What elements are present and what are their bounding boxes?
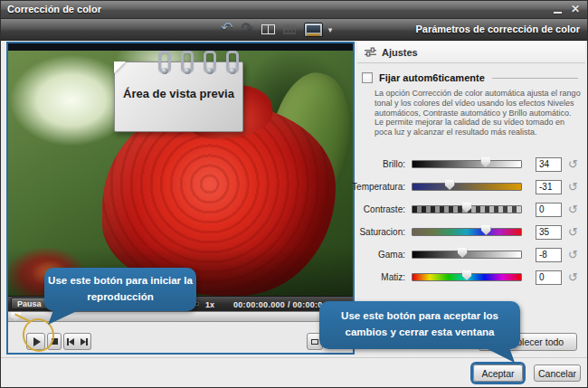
spiral-ring <box>158 51 171 72</box>
slider-value-field[interactable]: 0 <box>536 203 562 217</box>
slider-value-field[interactable]: -8 <box>536 248 562 262</box>
note-fold-corner <box>114 62 126 73</box>
slider[interactable] <box>412 205 522 213</box>
slider[interactable] <box>412 251 522 259</box>
pause-status-button[interactable]: Pausa <box>11 298 48 309</box>
title-bar: Corrección de color ✕ <box>1 1 587 19</box>
panel-header: Parámetros de corrección de color <box>415 19 580 40</box>
auto-correct-label: Fijar autom6ticamente <box>379 72 485 83</box>
slider-label: Matiz: <box>352 272 405 282</box>
transport-controls <box>8 322 353 353</box>
note-text: Área de vista previa <box>120 87 237 101</box>
slider-row: Brillo: 34 ↺ <box>352 153 582 175</box>
undo-icon[interactable]: ↶ <box>221 21 232 35</box>
slider-label: Saturacion: <box>352 227 405 237</box>
slider-value-field[interactable]: 0 <box>536 270 562 285</box>
slider-value-field[interactable]: 34 <box>536 157 562 172</box>
divider <box>492 78 578 79</box>
toolbar: ↶ ↷ ▾ Parámetros de corrección de color <box>1 19 587 41</box>
slider-label: Gama: <box>352 250 405 260</box>
slider-row: Saturacion: 35 ↺ <box>352 221 582 243</box>
slider-track[interactable] <box>412 183 522 191</box>
slider[interactable] <box>412 228 522 236</box>
monitor-icon[interactable] <box>304 23 323 37</box>
play-tooltip-text: Use este botón para iniciar la reproducc… <box>48 275 193 302</box>
timecode: 00:00:00.000 / 00:00:0 <box>233 300 323 309</box>
spiral-ring <box>204 51 216 72</box>
color-correction-dialog: Corrección de color ✕ ↶ ↷ ▾ Parámetros d… <box>0 0 588 388</box>
reset-icon[interactable]: ↺ <box>568 203 578 215</box>
reset-icon[interactable]: ↺ <box>568 226 578 238</box>
split-view-icon[interactable] <box>261 24 275 34</box>
spiral-ring <box>226 51 239 72</box>
note-spiral-rings <box>158 51 239 72</box>
slider-row: Temperatura: -31 ↺ <box>352 175 582 198</box>
preview-note: Área de vista previa <box>114 62 243 132</box>
slider[interactable] <box>412 183 522 191</box>
slider-value-field[interactable]: 35 <box>536 225 562 240</box>
play-tooltip: Use este botón para iniciar la reproducc… <box>44 268 196 311</box>
auto-correct-description: La opción Corrección de color automática… <box>375 89 582 137</box>
chevron-down-icon[interactable]: ▾ <box>328 25 333 34</box>
next-frame-button[interactable] <box>77 333 91 350</box>
reset-icon[interactable]: ↺ <box>568 249 578 260</box>
spiral-ring <box>181 51 194 72</box>
slider-row: Matiz: 0 ↺ <box>352 266 582 289</box>
accept-tooltip: Use este botón para aceptar los cambios … <box>319 301 520 349</box>
close-button[interactable]: ✕ <box>571 1 580 18</box>
previous-frame-icon <box>69 338 74 345</box>
reset-icon[interactable]: ↺ <box>568 158 578 170</box>
reset-icon[interactable]: ↺ <box>568 271 578 283</box>
slider[interactable] <box>412 160 522 168</box>
adjustments-header-label: Ajustes <box>382 47 418 58</box>
slider[interactable] <box>412 273 522 281</box>
window-title: Corrección de color <box>7 1 101 18</box>
reset-icon[interactable]: ↺ <box>568 181 578 193</box>
slider-label: Contraste: <box>352 204 405 214</box>
accept-button[interactable]: Aceptar <box>473 364 523 382</box>
auto-correct-row: Fijar autom6ticamente <box>362 72 582 83</box>
adjustments-icon <box>365 47 376 57</box>
slider-row: Gama: -8 ↺ <box>352 243 582 266</box>
speed-value: 1x <box>205 300 214 309</box>
footer-divider <box>1 357 587 359</box>
slider-row: Contraste: 0 ↺ <box>352 198 582 221</box>
sliders: Brillo: 34 ↺ Temperatura: -31 ↺ Contrast… <box>352 153 582 289</box>
slider-label: Brillo: <box>352 159 405 169</box>
grid-view-icon[interactable] <box>283 24 296 34</box>
minimize-button[interactable] <box>554 12 562 14</box>
slider-track[interactable] <box>412 160 522 168</box>
adjustments-header: Ajustes <box>357 42 585 63</box>
accept-tooltip-text: Use este botón para aceptar los cambios … <box>341 310 498 337</box>
auto-correct-checkbox[interactable] <box>362 72 373 83</box>
previous-frame-button[interactable] <box>63 333 78 350</box>
slider-track[interactable] <box>412 228 522 236</box>
slider-label: Temperatura: <box>352 182 405 192</box>
cancel-button[interactable]: Cancelar <box>534 364 581 382</box>
fullscreen-icon <box>311 339 318 345</box>
redo-icon[interactable]: ↷ <box>241 21 252 35</box>
slider-value-field[interactable]: -31 <box>536 180 562 194</box>
